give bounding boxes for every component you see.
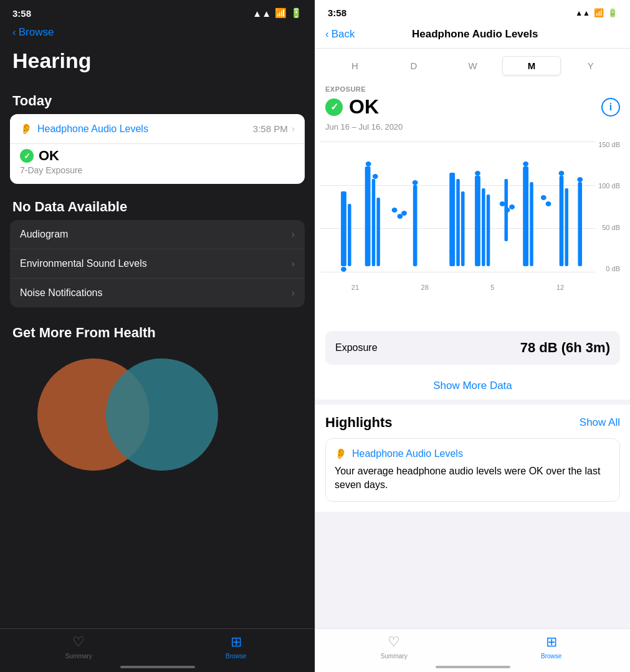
tab-H[interactable]: H — [325, 56, 384, 75]
page-title-right: Headphone Audio Levels — [355, 28, 595, 41]
info-button[interactable]: i — [601, 98, 620, 117]
exposure-row: Exposure 78 dB (6h 3m) — [325, 331, 620, 365]
noise-label: Noise Notifications — [20, 287, 103, 299]
svg-rect-33 — [578, 182, 582, 266]
content-scroll[interactable]: H D W M Y EXPOSURE ✓ OK i Jun 16 – Jul 1… — [315, 49, 630, 672]
summary-label-right: Summary — [381, 653, 408, 660]
nav-header-right: ‹ Back Headphone Audio Levels — [315, 23, 630, 49]
svg-rect-15 — [461, 191, 465, 266]
summary-label-left: Summary — [65, 653, 92, 660]
svg-rect-1 — [348, 204, 351, 266]
ear-icon-highlight: 👂 — [335, 448, 347, 459]
highlight-card-title: 👂 Headphone Audio Levels — [335, 448, 611, 459]
y-labels: 150 dB 100 dB 50 dB 0 dB — [598, 142, 620, 272]
svg-point-23 — [509, 204, 515, 209]
chevron-right-icon: › — [292, 123, 295, 135]
ok-row: ✓ OK i — [325, 95, 620, 118]
grid-icon-right: ⊞ — [546, 634, 557, 650]
tab-W[interactable]: W — [443, 56, 502, 75]
page-title-left: Hearing — [0, 44, 315, 83]
status-sub: 7-Day Exposure — [20, 165, 295, 175]
svg-rect-11 — [413, 185, 418, 266]
status-icons-left: ▲▲ 📶 🔋 — [252, 7, 302, 19]
exposure-label: EXPOSURE — [325, 85, 620, 93]
card-row-headphone[interactable]: 👂 Headphone Audio Levels 3:58 PM › — [10, 114, 305, 144]
section-no-data: No Data Available — [0, 191, 315, 220]
status-ok: ✓ OK — [20, 148, 295, 164]
exposure-row-value: 78 dB (6h 3m) — [520, 340, 610, 356]
right-panel: 3:58 ▲▲ 📶 🔋 ‹ Back Headphone Audio Level… — [315, 0, 630, 672]
svg-point-21 — [500, 201, 505, 206]
y-label-100: 100 dB — [598, 183, 620, 190]
x-labels: 21 28 5 12 — [320, 284, 595, 291]
highlights-section: Highlights Show All 👂 Headphone Audio Le… — [315, 405, 630, 512]
svg-point-32 — [559, 171, 565, 176]
chevron-right-noise: › — [292, 287, 295, 299]
svg-rect-19 — [487, 194, 490, 266]
left-panel: 3:58 ▲▲ 📶 🔋 ‹ Browse Hearing Today 👂 Hea… — [0, 0, 315, 672]
nav-browse-left[interactable]: ⊞ Browse — [158, 634, 315, 660]
venn-diagram — [0, 346, 315, 483]
nav-summary-left[interactable]: ♡ Summary — [0, 634, 158, 660]
x-label-5: 5 — [490, 284, 494, 291]
svg-rect-30 — [560, 176, 564, 266]
chart-area: 150 dB 100 dB 50 dB 0 dB — [320, 142, 620, 291]
signal-icon: ▲▲ — [252, 8, 271, 19]
chevron-right-environmental: › — [292, 258, 295, 269]
tab-Y[interactable]: Y — [561, 56, 620, 75]
chart-svg — [320, 142, 595, 272]
nav-browse-right[interactable]: ⊞ Browse — [473, 634, 631, 660]
highlight-card-text: Your average headphone audio levels were… — [335, 464, 611, 492]
status-icons-right: ▲▲ 📶 🔋 — [575, 8, 618, 17]
back-button-right[interactable]: ‹ Back — [325, 28, 355, 41]
green-check-icon: ✓ — [20, 149, 34, 163]
svg-point-16 — [449, 249, 455, 254]
svg-rect-25 — [523, 166, 528, 266]
list-item-audiogram[interactable]: Audiogram › — [10, 220, 305, 249]
status-bar-right: 3:58 ▲▲ 📶 🔋 — [315, 0, 630, 23]
svg-point-8 — [392, 208, 398, 213]
svg-rect-18 — [482, 188, 485, 266]
exposure-section: EXPOSURE ✓ OK i — [315, 80, 630, 121]
list-item-environmental[interactable]: Environmental Sound Levels › — [10, 249, 305, 279]
svg-point-29 — [546, 201, 551, 206]
today-card[interactable]: 👂 Headphone Audio Levels 3:58 PM › ✓ OK … — [10, 114, 305, 184]
show-all-button[interactable]: Show All — [580, 416, 620, 429]
time-right: 3:58 — [328, 7, 346, 18]
grid-icon-left: ⊞ — [231, 634, 242, 650]
main-white-card: H D W M Y EXPOSURE ✓ OK i Jun 16 – Jul 1… — [315, 49, 630, 400]
bottom-spacer — [315, 512, 630, 562]
heart-icon-left: ♡ — [72, 634, 85, 650]
browse-label-left: Browse — [226, 653, 246, 660]
x-label-12: 12 — [556, 284, 564, 291]
time-tabs: H D W M Y — [315, 49, 630, 80]
x-label-28: 28 — [421, 284, 429, 291]
exposure-row-label: Exposure — [335, 342, 378, 353]
y-label-150: 150 dB — [598, 142, 620, 148]
battery-icon: 🔋 — [290, 7, 302, 19]
venn-circle-teal — [106, 358, 218, 471]
svg-point-28 — [541, 195, 546, 200]
show-more-button[interactable]: Show More Data — [315, 372, 630, 400]
svg-rect-0 — [341, 191, 346, 266]
heart-icon-right: ♡ — [388, 634, 400, 650]
tab-M[interactable]: M — [502, 56, 561, 75]
svg-rect-3 — [365, 166, 371, 266]
list-item-noise[interactable]: Noise Notifications › — [10, 279, 305, 307]
nav-summary-right[interactable]: ♡ Summary — [315, 634, 473, 660]
highlights-title: Highlights — [325, 415, 393, 431]
browse-label-right: Browse — [541, 653, 561, 660]
svg-point-20 — [475, 171, 480, 176]
ear-icon-left: 👂 — [20, 123, 32, 135]
time-left: 3:58 — [12, 8, 31, 19]
section-today: Today — [0, 83, 315, 114]
section-get-more: Get More From Health — [0, 310, 315, 346]
card-title: 👂 Headphone Audio Levels — [20, 123, 253, 135]
wifi-icon: 📶 — [275, 7, 287, 19]
tab-D[interactable]: D — [384, 56, 444, 75]
svg-point-12 — [413, 180, 418, 185]
card-time: 3:58 PM — [253, 123, 288, 134]
home-indicator-left — [120, 666, 195, 668]
highlight-card: 👂 Headphone Audio Levels Your average he… — [325, 438, 620, 502]
back-nav-left[interactable]: ‹ Browse — [0, 24, 315, 44]
